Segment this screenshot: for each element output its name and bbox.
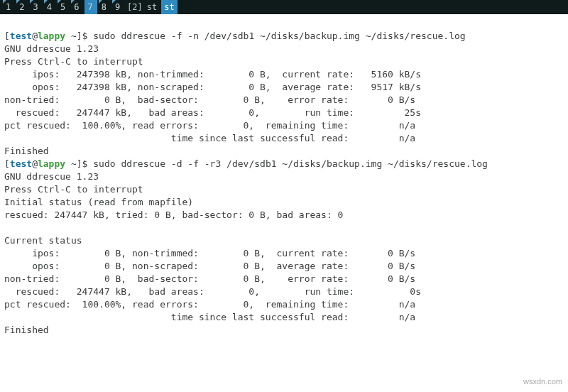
status-row: time since last successful read: n/a xyxy=(4,312,415,322)
status-row: rescued: 247447 kB, bad areas: 0, run ti… xyxy=(4,107,421,118)
output-press-2: Press Ctrl-C to interrupt xyxy=(4,184,143,195)
window-tab-bar: 1 2 3 4 5 6 7 8 9 [2] st st xyxy=(0,0,568,14)
watermark: wsxdn.com xyxy=(523,375,562,388)
status-row: non-tried: 0 B, bad-sector: 0 B, error r… xyxy=(4,94,415,105)
command-1: sudo ddrescue -f -n /dev/sdb1 ~/disks/ba… xyxy=(93,31,465,41)
status-row: opos: 247398 kB, non-scraped: 0 B, avera… xyxy=(4,82,421,92)
status-row: non-tried: 0 B, bad-sector: 0 B, error r… xyxy=(4,273,415,284)
current-status-header: Current status xyxy=(4,235,82,246)
workspace-tab-8[interactable]: 8 xyxy=(99,0,111,14)
command-2: sudo ddrescue -d -f -r3 /dev/sdb1 ~/disk… xyxy=(93,158,488,169)
workspace-group-indicator: [2] xyxy=(126,1,144,13)
workspace-tab-2[interactable]: 2 xyxy=(16,0,28,14)
workspace-tab-6[interactable]: 6 xyxy=(71,0,83,14)
output-banner-2: GNU ddrescue 1.23 xyxy=(4,171,99,182)
window-tab-st-2[interactable]: st xyxy=(161,0,177,14)
workspace-tab-4[interactable]: 4 xyxy=(44,0,56,14)
initial-status-line: rescued: 247447 kB, tried: 0 B, bad-sect… xyxy=(4,209,343,220)
output-finished-1: Finished xyxy=(4,146,49,156)
status-row: ipos: 0 B, non-trimmed: 0 B, current rat… xyxy=(4,248,415,258)
status-row: opos: 0 B, non-scraped: 0 B, average rat… xyxy=(4,261,415,271)
workspace-tab-5[interactable]: 5 xyxy=(58,0,70,14)
prompt-line-1: [test@lappy ~]$ sudo ddrescue -f -n /dev… xyxy=(4,31,466,41)
output-press-1: Press Ctrl-C to interrupt xyxy=(4,56,143,67)
status-row: rescued: 247447 kB, bad areas: 0, run ti… xyxy=(4,286,421,297)
status-row: pct rescued: 100.00%, read errors: 0, re… xyxy=(4,120,415,131)
status-row: pct rescued: 100.00%, read errors: 0, re… xyxy=(4,299,415,310)
workspace-tab-1[interactable]: 1 xyxy=(3,0,15,14)
workspace-tab-3[interactable]: 3 xyxy=(30,0,42,14)
status-row: ipos: 247398 kB, non-trimmed: 0 B, curre… xyxy=(4,69,421,80)
output-finished-2: Finished xyxy=(4,325,49,335)
initial-status-header: Initial status (read from mapfile) xyxy=(4,197,193,207)
window-tab-st-1[interactable]: st xyxy=(144,0,160,14)
output-banner-1: GNU ddrescue 1.23 xyxy=(4,43,99,54)
workspace-tab-7[interactable]: 7 xyxy=(84,0,97,14)
workspace-tab-9[interactable]: 9 xyxy=(112,0,124,14)
prompt-line-2: [test@lappy ~]$ sudo ddrescue -d -f -r3 … xyxy=(4,158,488,169)
terminal-output[interactable]: [test@lappy ~]$ sudo ddrescue -f -n /dev… xyxy=(0,14,568,337)
status-row: time since last successful read: n/a xyxy=(4,133,415,143)
